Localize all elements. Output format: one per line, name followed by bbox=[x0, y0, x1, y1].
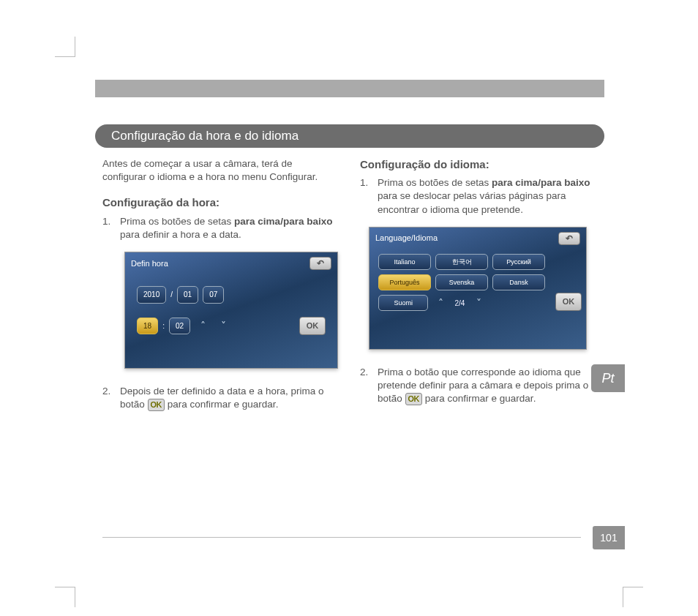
ok-icon: OK bbox=[405, 393, 423, 405]
back-icon: ↶ bbox=[309, 257, 331, 270]
crop-mark-br bbox=[623, 587, 643, 607]
ok-button-chip: OK bbox=[299, 317, 326, 335]
lang-step-1: 1. Prima os botões de setas para cima/pa… bbox=[360, 176, 596, 217]
left-column: Antes de começar a usar a câmara, terá d… bbox=[102, 157, 338, 421]
lang-option: Dansk bbox=[492, 274, 545, 290]
back-icon: ↶ bbox=[558, 232, 580, 245]
hour-chip: 18 bbox=[137, 318, 158, 335]
language-side-tab: Pt bbox=[591, 364, 625, 392]
lang-option: Italiano bbox=[378, 254, 431, 270]
section-title-bar: Configuração da hora e do idioma bbox=[95, 124, 604, 148]
language-setting-screenshot: Language/Idioma ↶ Italiano 한국어 Русский P… bbox=[369, 227, 587, 350]
intro-text: Antes de começar a usar a câmara, terá d… bbox=[102, 157, 338, 184]
time-screen-title: Defin hora bbox=[131, 258, 168, 269]
right-column: Configuração do idioma: 1. Prima os botõ… bbox=[360, 157, 596, 421]
lang-pager: 2/4 bbox=[453, 298, 466, 309]
down-arrow-icon: ˅ bbox=[470, 296, 487, 310]
lang-option-selected: Português bbox=[378, 274, 431, 290]
ok-button-chip: OK bbox=[555, 293, 582, 311]
year-chip: 2010 bbox=[137, 286, 166, 304]
day-chip: 07 bbox=[203, 286, 224, 304]
page-number: 101 bbox=[593, 526, 625, 549]
up-arrow-icon: ˄ bbox=[432, 296, 449, 310]
lang-screen-title: Language/Idioma bbox=[375, 233, 438, 244]
lang-option: Русский bbox=[492, 254, 545, 270]
hour-heading: Configuração da hora: bbox=[102, 195, 338, 210]
lang-option: Suomi bbox=[378, 295, 428, 311]
month-chip: 01 bbox=[177, 286, 198, 304]
lang-option: Svenska bbox=[435, 274, 488, 290]
hour-step-1: 1. Prima os botões de setas para cima/pa… bbox=[102, 215, 338, 241]
down-arrow-icon: ˅ bbox=[215, 319, 231, 334]
minute-chip: 02 bbox=[169, 318, 190, 335]
ok-icon: OK bbox=[148, 399, 165, 411]
crop-mark-bl bbox=[55, 587, 75, 607]
up-arrow-icon: ˄ bbox=[195, 319, 211, 334]
language-heading: Configuração do idioma: bbox=[360, 157, 596, 172]
lang-step-2: 2. Prima o botão que corresponde ao idio… bbox=[360, 366, 596, 406]
crop-mark-tl bbox=[55, 37, 75, 57]
lang-option: 한국어 bbox=[435, 254, 488, 270]
time-setting-screenshot: Defin hora ↶ 2010 / 01 07 18 : 02 ˄ ˅ OK bbox=[124, 252, 338, 369]
top-divider-bar bbox=[95, 80, 604, 97]
footer-divider bbox=[102, 537, 581, 538]
hour-step-2: 2. Depois de ter definido a data e a hor… bbox=[102, 385, 338, 411]
